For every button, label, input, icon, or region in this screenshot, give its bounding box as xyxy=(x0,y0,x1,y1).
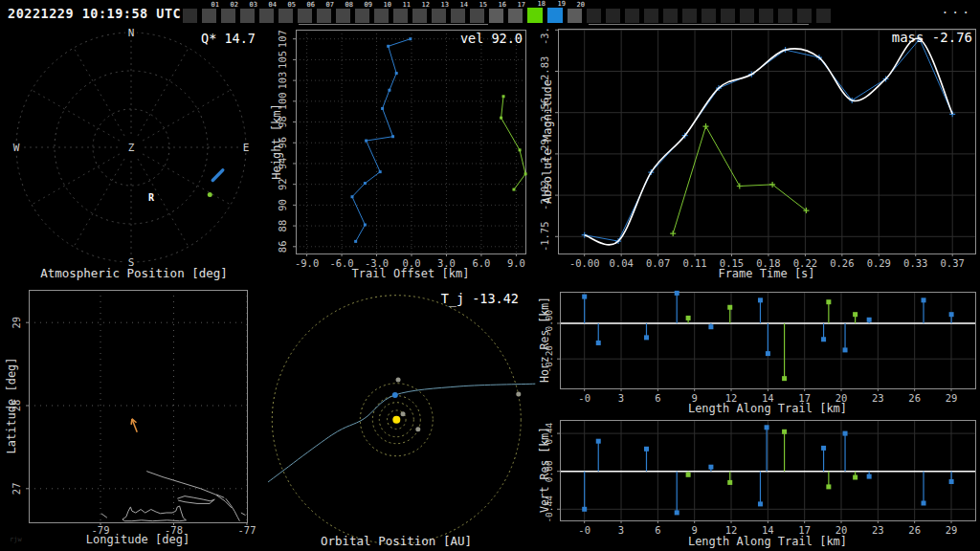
frame-thumb-12[interactable]: 12 xyxy=(412,9,427,23)
q-star-value: Q* 14.7 xyxy=(201,31,256,46)
frame-thumb-blank-31[interactable] xyxy=(778,9,792,23)
frame-number: 10 xyxy=(384,2,391,9)
frame-thumb-16[interactable]: 16 xyxy=(489,9,503,23)
watermark: rjw xyxy=(10,536,22,543)
frame-thumb-01[interactable]: 01 xyxy=(202,9,216,23)
frame-strip-indicator-right xyxy=(589,24,809,25)
frame-thumb-17[interactable]: 17 xyxy=(508,9,523,23)
plot-frame xyxy=(297,31,526,254)
frame-thumb-15[interactable]: 15 xyxy=(470,9,484,23)
atmospheric-position-plot: NSEWZR xyxy=(0,27,268,285)
frame-number: 14 xyxy=(460,2,468,9)
vertical-residuals-plot: -0369121417202326290.440.00-0.44 xyxy=(536,417,980,551)
frame-number: 07 xyxy=(326,2,334,9)
frame-number: 01 xyxy=(212,2,219,9)
frame-thumb-blank-30[interactable] xyxy=(759,9,773,23)
frame-thumb-blank-27[interactable] xyxy=(702,9,716,23)
tisserand-value: T_j -13.42 xyxy=(441,291,519,306)
frame-thumb-blank-28[interactable] xyxy=(721,9,735,23)
frame-strip: 0102030405060708091011121314151617181920 xyxy=(183,9,831,23)
frame-thumb-06[interactable]: 06 xyxy=(298,9,312,23)
ground-track-arrow xyxy=(131,419,137,432)
trail-offset-plot: -9.0-6.0-3.00.03.06.09.01071051031009896… xyxy=(268,27,536,285)
meteor-analysis-app: 20221229 10:19:58 UTC 010203040506070809… xyxy=(0,0,980,551)
frame-number: 06 xyxy=(307,2,315,9)
planet-marker xyxy=(396,377,401,382)
frame-thumb-18[interactable]: 18 xyxy=(527,8,543,23)
trail-series-station-2 xyxy=(500,95,527,190)
frame-number: 19 xyxy=(558,1,566,8)
horz-res-x-axis-label: Length Along Trail [km] xyxy=(560,402,975,415)
panel-horizontal-residuals: -036912141720232629-0.00-0.20 Horz Res [… xyxy=(536,285,980,417)
tick-label: -3.10 xyxy=(539,27,550,45)
trail-y-axis-label: Height [km] xyxy=(270,103,283,179)
magnitude-series-station-2 xyxy=(670,123,809,236)
panel-light-curve: -0.000.040.070.110.150.180.220.260.290.3… xyxy=(536,27,980,285)
map-grid xyxy=(26,290,247,525)
panel-orbital-position: T_j -13.42 Orbital Position [AU] xyxy=(268,285,536,551)
frame-thumb-blank-23[interactable] xyxy=(625,9,639,23)
tick-label: -1.75 xyxy=(539,221,550,252)
frame-thumb-blank-22[interactable] xyxy=(606,9,620,23)
zenith-label: Z xyxy=(128,142,135,154)
earth-marker xyxy=(392,392,398,398)
frame-thumb-blank-26[interactable] xyxy=(682,9,697,23)
frame-number: 02 xyxy=(231,2,238,9)
frame-number: 17 xyxy=(518,2,525,9)
frame-thumb-03[interactable]: 03 xyxy=(240,9,255,23)
overflow-menu[interactable]: ... xyxy=(942,2,972,16)
coastline xyxy=(101,472,246,521)
frame-thumb-20[interactable]: 20 xyxy=(568,9,582,23)
frame-number: 04 xyxy=(269,2,277,9)
horz_res-grid xyxy=(557,292,975,391)
map-y-axis-label: Latitude [deg] xyxy=(5,357,18,453)
planet-marker xyxy=(516,391,521,396)
top-bar: 20221229 10:19:58 UTC 010203040506070809… xyxy=(0,0,980,27)
frame-number: 18 xyxy=(538,1,546,8)
vert-res-x-axis-label: Length Along Trail [km] xyxy=(560,535,975,548)
trail-x-axis-label: Trail Offset [km] xyxy=(296,267,525,280)
frame-thumb-09[interactable]: 09 xyxy=(355,9,369,23)
frame-thumb-blank-29[interactable] xyxy=(740,9,754,23)
frame-thumb-04[interactable]: 04 xyxy=(259,9,274,23)
frame-thumb-19[interactable]: 19 xyxy=(547,8,563,23)
frame-thumb-blank-32[interactable] xyxy=(797,9,812,23)
frame-number: 08 xyxy=(345,2,353,9)
vert_res-series-station-2 xyxy=(686,430,858,490)
tick-label: 103 xyxy=(277,72,288,90)
radiant-text: R xyxy=(148,192,155,203)
frame-thumb-blank-21[interactable] xyxy=(587,9,601,23)
frame-thumb-blank-25[interactable] xyxy=(663,9,678,23)
compass-west: W xyxy=(13,142,20,154)
frame-thumb-02[interactable]: 02 xyxy=(221,9,235,23)
velocity-value: vel 92.0 xyxy=(460,31,523,46)
tick-label: 86 xyxy=(277,240,288,253)
frame-number: 16 xyxy=(499,2,506,9)
map-x-axis-label: Longitude [deg] xyxy=(29,533,247,546)
tick-label: 27 xyxy=(11,482,22,495)
orbital-title: Orbital Position [AU] xyxy=(278,534,515,548)
frame-thumb-blank-0[interactable] xyxy=(183,9,197,23)
frame-thumb-14[interactable]: 14 xyxy=(451,9,465,23)
utc-clock: 20221229 10:19:58 UTC xyxy=(8,6,181,21)
frame-strip-indicator-left xyxy=(299,24,488,25)
frame-thumb-blank-33[interactable] xyxy=(816,9,831,23)
frame-thumb-13[interactable]: 13 xyxy=(432,9,446,23)
frame-thumb-08[interactable]: 08 xyxy=(336,9,350,23)
tick-label: 92 xyxy=(277,178,288,190)
frame-thumb-07[interactable]: 07 xyxy=(317,9,331,23)
frame-thumb-blank-24[interactable] xyxy=(644,9,658,23)
frame-number: 20 xyxy=(577,2,585,9)
ground-map-plot: -79-78-77272829 xyxy=(0,285,268,551)
frame-thumb-10[interactable]: 10 xyxy=(374,9,389,23)
frame-number: 13 xyxy=(441,2,449,9)
panel-trail-offset: -9.0-6.0-3.00.03.06.09.01071051031009896… xyxy=(268,27,536,285)
plot-frame xyxy=(30,291,248,523)
frame-thumb-11[interactable]: 11 xyxy=(393,9,408,23)
frame-number: 11 xyxy=(403,2,411,9)
frame-thumb-05[interactable]: 05 xyxy=(278,9,293,23)
trail-series-station-1 xyxy=(351,37,412,243)
frame-number: 05 xyxy=(288,2,296,9)
vert-res-y-axis-label: Vert Res [km] xyxy=(538,427,551,513)
horz_res-series-station-2 xyxy=(686,299,858,381)
